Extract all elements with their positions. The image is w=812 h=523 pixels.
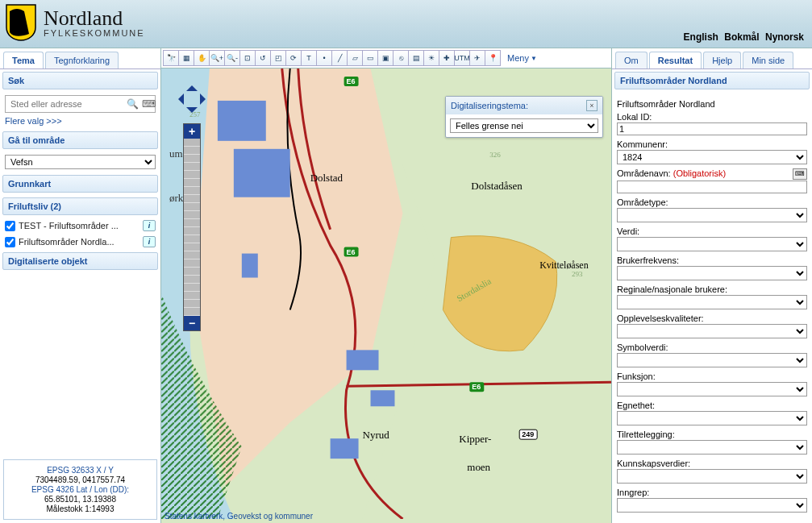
crest-icon: [5, 3, 37, 42]
kunnskap-select[interactable]: [617, 469, 807, 484]
marker-icon[interactable]: 📍: [485, 50, 501, 66]
omraadetype-select[interactable]: [617, 208, 807, 222]
zoom-extent-icon[interactable]: ⊡: [239, 50, 256, 66]
digitaliserte-header[interactable]: Digitaliserte objekt: [2, 252, 158, 270]
info-icon[interactable]: i: [143, 236, 156, 247]
draw-line-icon[interactable]: ╱: [331, 50, 348, 66]
result-title: Friluftsområder Nordland: [617, 99, 807, 109]
pan-down[interactable]: [186, 107, 198, 118]
lokal-id-input[interactable]: [617, 122, 807, 135]
svg-rect-1: [234, 149, 290, 197]
tab-om[interactable]: Om: [615, 52, 648, 68]
tab-min-side[interactable]: Min side: [743, 52, 793, 68]
verdi-select[interactable]: [617, 237, 807, 251]
toolbar-menu[interactable]: Meny▼: [507, 53, 537, 63]
lang-bokmal[interactable]: Bokmål: [724, 31, 759, 43]
layers-icon[interactable]: ▦: [178, 50, 194, 66]
zoom-slider[interactable]: + −: [183, 123, 201, 331]
select-icon[interactable]: ▣: [377, 50, 394, 66]
split-icon[interactable]: ⎋: [393, 50, 409, 66]
search-input[interactable]: [9, 98, 123, 110]
zoom-in-button[interactable]: +: [184, 124, 200, 139]
basemap-header[interactable]: Grunnkart: [2, 175, 158, 193]
epsg-32633-label[interactable]: EPSG 32633 X / Y: [9, 466, 152, 475]
zoom-in-icon[interactable]: 🔍+: [209, 50, 225, 66]
egnethet-select[interactable]: [617, 411, 807, 425]
tab-tema[interactable]: Tema: [3, 52, 44, 68]
reginale-select[interactable]: [617, 295, 807, 309]
svg-rect-5: [331, 438, 359, 459]
egnethet-label: Egnethet:: [617, 401, 807, 410]
funksjon-select[interactable]: [617, 382, 807, 396]
keyboard-icon[interactable]: ⌨: [793, 168, 807, 180]
zoom-out-icon[interactable]: 🔍-: [224, 50, 240, 66]
zoom-out-button[interactable]: −: [184, 316, 200, 330]
layer-checkbox[interactable]: [5, 221, 15, 231]
svg-text:Kipper-: Kipper-: [459, 433, 491, 445]
pan-icon[interactable]: ✋: [194, 50, 210, 66]
brukerfrekvens-label: Brukerfrekvens:: [617, 255, 807, 265]
search-icon[interactable]: 🔍: [127, 98, 139, 110]
kommunenr-label: Kommunenr:: [617, 139, 807, 149]
info-icon[interactable]: i: [143, 220, 156, 231]
latlon-value: 65.85101, 13.19388: [9, 495, 152, 504]
tab-hjelp[interactable]: Hjelp: [703, 52, 741, 68]
pan-right[interactable]: [200, 93, 211, 105]
opplevelse-select[interactable]: [617, 324, 807, 338]
utm-icon[interactable]: UTM: [454, 50, 470, 66]
lang-nynorsk[interactable]: Nynorsk: [765, 31, 804, 43]
epsg-4326-label[interactable]: EPSG 4326 Lat / Lon (DD):: [9, 485, 152, 494]
symbolverdi-label: Symbolverdi:: [617, 342, 807, 352]
svg-text:E6: E6: [347, 77, 356, 85]
omraadetype-label: Områdetype:: [617, 197, 807, 207]
tilrettelegging-select[interactable]: [617, 440, 807, 455]
keyboard-icon[interactable]: ⌨: [142, 98, 155, 110]
zoom-prev-icon[interactable]: ↺: [255, 50, 271, 66]
brukerfrekvens-select[interactable]: [617, 266, 807, 280]
pan-left[interactable]: [173, 93, 184, 105]
org-name: Nordland: [44, 8, 145, 29]
search-box: 🔍 ⌨: [5, 95, 156, 113]
pan-up[interactable]: [186, 80, 198, 91]
zoom-box-icon[interactable]: ◰: [270, 50, 286, 66]
search-more-link[interactable]: Flere valg >>>: [5, 116, 156, 126]
svg-text:249: 249: [522, 430, 534, 438]
tab-tegnforklaring[interactable]: Tegnforklaring: [45, 52, 119, 68]
digitizing-theme-label: Digitaliseringstema:: [451, 101, 528, 110]
svg-text:326: 326: [489, 151, 501, 159]
symbolverdi-select[interactable]: [617, 353, 807, 367]
text-icon[interactable]: T: [301, 50, 317, 66]
inngrep-label: Inngrep:: [617, 488, 807, 497]
svg-rect-2: [242, 254, 258, 278]
zoom-track[interactable]: [184, 139, 200, 316]
binoculars-icon[interactable]: 🔭: [163, 50, 179, 66]
svg-text:E6: E6: [347, 248, 356, 256]
draw-point-icon[interactable]: •: [316, 50, 332, 66]
goto-select[interactable]: Vefsn: [5, 155, 156, 169]
layer-item: TEST - Friluftsområder ... i: [0, 218, 160, 234]
result-form: Friluftsområder Nordland Lokal ID: Kommu…: [612, 92, 812, 523]
draw-poly-icon[interactable]: ▱: [347, 50, 363, 66]
sun-icon[interactable]: ☀: [423, 50, 439, 66]
omraadenavn-input[interactable]: [617, 181, 807, 193]
lang-english[interactable]: English: [684, 31, 718, 43]
kommunenr-select[interactable]: 1824: [617, 150, 807, 164]
refresh-icon[interactable]: ⟳: [285, 50, 302, 66]
map-canvas[interactable]: E6 E6 E6 249 ums-ørket Dolstad Dolstadås…: [161, 68, 611, 523]
omraadenavn-label: Områdenavn: (Obligatorisk) ⌨: [617, 168, 807, 180]
tab-resultat[interactable]: Resultat: [649, 52, 702, 68]
draw-rect-icon[interactable]: ▭: [362, 50, 378, 66]
layer-checkbox[interactable]: [5, 237, 15, 247]
hatch-icon[interactable]: ▤: [408, 50, 424, 66]
close-icon[interactable]: ×: [586, 100, 598, 111]
svg-text:Dolstadåsen: Dolstadåsen: [471, 180, 523, 192]
digitizing-theme-select[interactable]: Felles grense nei: [450, 118, 598, 133]
friluftsliv-header[interactable]: Friluftsliv (2): [2, 197, 158, 215]
inngrep-select[interactable]: [617, 498, 807, 513]
goto-icon[interactable]: ✈: [469, 50, 485, 66]
plus-red-icon[interactable]: ✚: [439, 50, 455, 66]
map-panel: 🔭▦✋🔍+🔍-⊡↺◰⟳T•╱▱▭▣⎋▤☀✚UTM✈📍Meny▼: [161, 48, 612, 523]
svg-text:Kvitteløåsen: Kvitteløåsen: [539, 259, 589, 271]
pan-zoom-control: + −: [173, 80, 211, 331]
svg-text:Nyrud: Nyrud: [363, 429, 390, 441]
